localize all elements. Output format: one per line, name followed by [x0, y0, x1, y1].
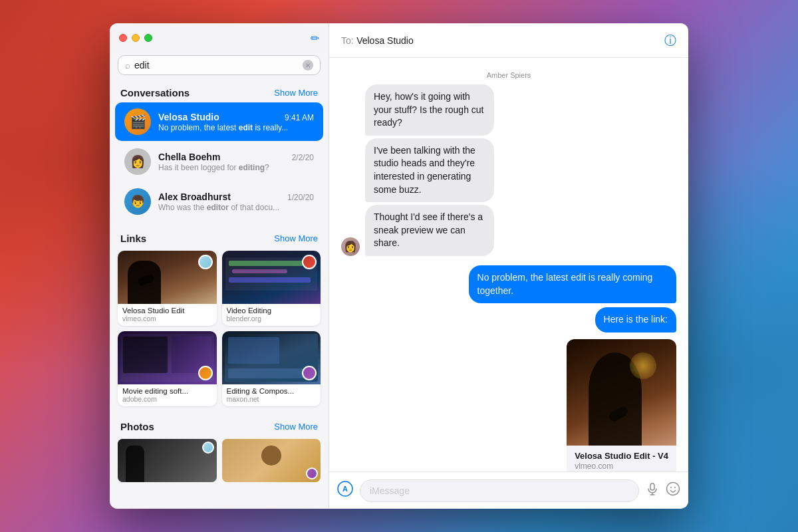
conv-name-chella: Chella Boehm: [158, 152, 220, 162]
scroll-area: Conversations Show More 🎬 Velosa Studio …: [110, 82, 329, 509]
chat-recipient: Velosa Studio: [356, 35, 414, 46]
msg-bubble-out-2: Here is the link:: [595, 307, 676, 332]
msg-row-link-preview: Velosa Studio Edit - V4 vlmeo.com: [341, 336, 676, 471]
conv-preview-alex: Who was the editor of that docu...: [158, 203, 314, 212]
photos-show-more[interactable]: Show More: [274, 422, 318, 432]
link-card-2[interactable]: Video Editing blender.org: [222, 251, 321, 326]
photo-2[interactable]: [222, 439, 321, 482]
search-icon: ⌕: [125, 61, 130, 70]
link-domain-3: adobe.com: [122, 395, 212, 403]
photos-title: Photos: [120, 421, 154, 432]
left-panel: ✏ ⌕ edit ✕ Conversations Show More 🎬: [110, 23, 329, 509]
chat-header: To: Velosa Studio ⓘ: [329, 23, 688, 58]
links-header: Links Show More: [110, 227, 329, 248]
link-domain-2: blender.org: [227, 315, 317, 323]
conv-info-chella: Chella Boehm 2/2/20 Has it been logged f…: [158, 152, 314, 172]
right-panel: To: Velosa Studio ⓘ Amber Spiers 👩 Hey, …: [329, 23, 688, 509]
link-title-1: Velosa Studio Edit: [122, 307, 212, 315]
msg-bubble-1: Hey, how's it going with your stuff? Is …: [365, 84, 494, 136]
link-domain-1: vimeo.com: [122, 315, 212, 323]
conv-time-chella: 2/2/20: [292, 153, 314, 162]
photos-header: Photos Show More: [110, 416, 329, 436]
traffic-lights: [119, 34, 152, 42]
link-thumb-1: [118, 251, 217, 304]
msg-row-out-2: Here is the link:: [341, 307, 676, 332]
conv-item-chella[interactable]: 👩 Chella Boehm 2/2/20 Has it been logged…: [115, 142, 323, 181]
avatar-amber: 👩: [341, 237, 360, 256]
links-grid: Velosa Studio Edit vimeo.com: [110, 248, 329, 412]
audio-icon[interactable]: [646, 482, 659, 499]
link-thumb-4: [222, 331, 321, 384]
fullscreen-button[interactable]: [144, 34, 152, 42]
link-domain-4: maxon.net: [227, 395, 317, 403]
message-input[interactable]: iMessage: [360, 479, 639, 502]
compose-icon[interactable]: ✏: [311, 32, 319, 45]
conversations-title: Conversations: [120, 87, 190, 98]
avatar-alex: 👦: [124, 188, 151, 215]
link-preview-domain: vlmeo.com: [575, 462, 668, 471]
links-title: Links: [120, 233, 146, 244]
link-card-1[interactable]: Velosa Studio Edit vimeo.com: [118, 251, 217, 326]
info-button[interactable]: ⓘ: [664, 33, 676, 49]
search-bar[interactable]: ⌕ edit ✕: [118, 55, 321, 75]
link-preview-title: Velosa Studio Edit - V4: [575, 451, 668, 461]
app-window: ✏ ⌕ edit ✕ Conversations Show More 🎬: [110, 23, 688, 509]
msg-bubble-3: Thought I'd see if there's a sneak previ…: [365, 205, 494, 256]
conv-name-alex: Alex Broadhurst: [158, 192, 231, 202]
avatar-velosa: 🎬: [124, 108, 151, 135]
avatar-chella: 👩: [124, 148, 151, 175]
conv-item-velosa[interactable]: 🎬 Velosa Studio 9:41 AM No problem, the …: [115, 102, 323, 141]
emoji-icon[interactable]: [666, 481, 680, 499]
chat-to-label: To:: [341, 35, 354, 46]
svg-rect-2: [650, 483, 654, 490]
conv-item-alex[interactable]: 👦 Alex Broadhurst 1/20/20 Who was the ed…: [115, 182, 323, 221]
msg-row-out-1: No problem, the latest edit is really co…: [341, 265, 676, 303]
incoming-group-amber: 👩 Hey, how's it going with your stuff? I…: [341, 84, 676, 256]
search-clear-button[interactable]: ✕: [303, 60, 313, 70]
conv-time-alex: 1/20/20: [287, 193, 314, 202]
conversations-show-more[interactable]: Show More: [274, 88, 318, 98]
conversations-header: Conversations Show More: [110, 82, 329, 102]
amber-bubble-stack: Hey, how's it going with your stuff? Is …: [365, 84, 573, 256]
search-bar-container: ⌕ edit ✕: [110, 53, 329, 82]
svg-text:A: A: [342, 485, 348, 493]
conv-preview-velosa: No problem, the latest edit is really...: [158, 123, 314, 132]
chat-to-row: To: Velosa Studio: [341, 35, 414, 47]
link-thumb-3: [118, 331, 217, 384]
conv-name-velosa: Velosa Studio: [158, 112, 219, 122]
link-preview-img: [567, 339, 676, 446]
messages-area: Amber Spiers 👩 Hey, how's it going with …: [329, 58, 688, 471]
photo-1[interactable]: [118, 439, 217, 482]
conv-info-velosa: Velosa Studio 9:41 AM No problem, the la…: [158, 112, 314, 132]
link-title-2: Video Editing: [227, 307, 317, 315]
svg-point-7: [674, 487, 676, 488]
search-input-text: edit: [134, 60, 299, 70]
msg-bubble-2: I've been talking with the studio heads …: [365, 138, 494, 202]
conv-time-velosa: 9:41 AM: [285, 113, 314, 122]
conv-info-alex: Alex Broadhurst 1/20/20 Who was the edit…: [158, 192, 314, 212]
link-card-4[interactable]: Editing & Compos... maxon.net: [222, 331, 321, 406]
link-thumb-2: [222, 251, 321, 304]
link-card-3[interactable]: Movie editing soft... adobe.com: [118, 331, 217, 406]
links-show-more[interactable]: Show More: [274, 233, 318, 243]
svg-point-6: [670, 487, 672, 488]
app-store-icon[interactable]: A: [337, 481, 353, 501]
link-title-4: Editing & Compos...: [227, 387, 317, 395]
close-button[interactable]: [119, 34, 127, 42]
title-bar: ✏: [110, 23, 329, 53]
msg-bubble-out-1: No problem, the latest edit is really co…: [469, 265, 676, 303]
conv-preview-chella: Has it been logged for editing?: [158, 163, 314, 172]
svg-point-5: [667, 483, 680, 495]
link-preview-card[interactable]: Velosa Studio Edit - V4 vlmeo.com: [567, 339, 676, 471]
photos-grid: [110, 436, 329, 487]
chat-input-bar: A iMessage: [329, 471, 688, 509]
minimize-button[interactable]: [132, 34, 140, 42]
sender-label-amber-1: Amber Spiers: [341, 71, 676, 79]
link-title-3: Movie editing soft...: [122, 387, 212, 395]
link-preview-info: Velosa Studio Edit - V4 vlmeo.com: [567, 446, 676, 471]
